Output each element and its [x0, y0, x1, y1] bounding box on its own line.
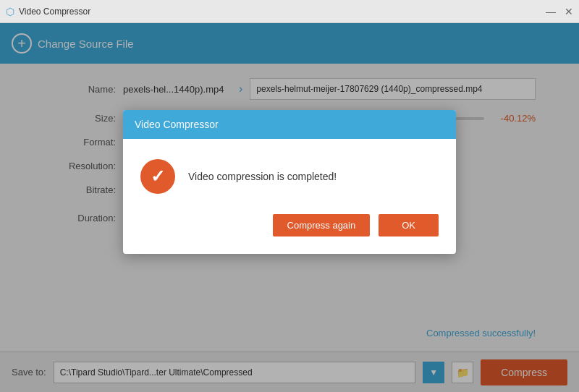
ok-button[interactable]: OK	[379, 214, 439, 237]
close-button[interactable]: ✕	[565, 7, 573, 17]
modal-header: Video Compressor	[123, 110, 456, 139]
checkmark-symbol: ✓	[151, 166, 165, 187]
check-circle-icon: ✓	[140, 159, 175, 194]
app-title: Video Compressor	[19, 7, 90, 17]
title-bar: ⬡ Video Compressor — ✕	[0, 0, 579, 23]
title-bar-controls: — ✕	[546, 7, 573, 17]
title-bar-left: ⬡ Video Compressor	[6, 6, 90, 17]
minimize-button[interactable]: —	[546, 7, 556, 17]
modal-body: ✓ Video compression is completed! Compre…	[123, 139, 456, 254]
modal-buttons: Compress again OK	[140, 214, 439, 237]
modal-overlay: Video Compressor ✓ Video compression is …	[0, 23, 579, 392]
modal-message: Video compression is completed!	[188, 171, 337, 182]
modal-content-row: ✓ Video compression is completed!	[140, 159, 439, 194]
compress-again-button[interactable]: Compress again	[273, 214, 371, 237]
completion-modal: Video Compressor ✓ Video compression is …	[123, 110, 456, 254]
app-icon: ⬡	[6, 6, 14, 17]
